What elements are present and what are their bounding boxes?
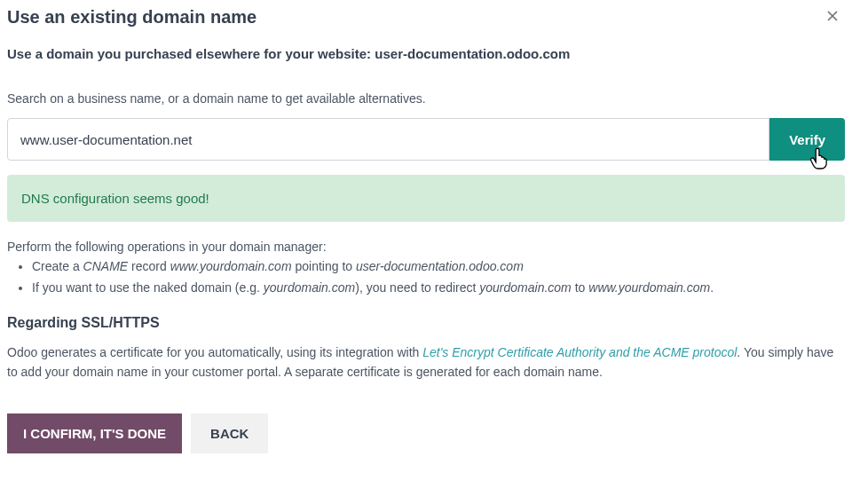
ssl-heading: Regarding SSL/HTTPS <box>7 315 845 331</box>
instructions-intro: Perform the following operations in your… <box>7 240 845 254</box>
verify-button-label: Verify <box>789 132 825 147</box>
subtitle: Use a domain you purchased elsewhere for… <box>7 46 845 61</box>
instructions-block: Perform the following operations in your… <box>7 240 845 297</box>
ssl-text: Odoo generates a certificate for you aut… <box>7 343 845 382</box>
lets-encrypt-link[interactable]: Let's Encrypt Certificate Authority and … <box>422 345 737 359</box>
search-row: Verify <box>7 118 845 161</box>
modal-header: Use an existing domain name <box>7 7 845 28</box>
verify-button[interactable]: Verify <box>769 118 845 161</box>
back-button[interactable]: BACK <box>191 413 268 453</box>
instruction-item-naked-domain: If you want to use the naked domain (e.g… <box>32 279 845 297</box>
close-icon[interactable] <box>820 7 845 28</box>
confirm-button[interactable]: I CONFIRM, IT'S DONE <box>7 413 182 453</box>
cursor-pointer-icon <box>809 147 828 173</box>
footer-buttons: I CONFIRM, IT'S DONE BACK <box>7 413 845 453</box>
instruction-item-cname: Create a CNAME record www.yourdomain.com… <box>32 257 845 276</box>
dns-success-banner: DNS configuration seems good! <box>7 175 845 222</box>
domain-input[interactable] <box>7 118 769 161</box>
modal-title: Use an existing domain name <box>7 7 256 28</box>
search-label: Search on a business name, or a domain n… <box>7 91 845 106</box>
